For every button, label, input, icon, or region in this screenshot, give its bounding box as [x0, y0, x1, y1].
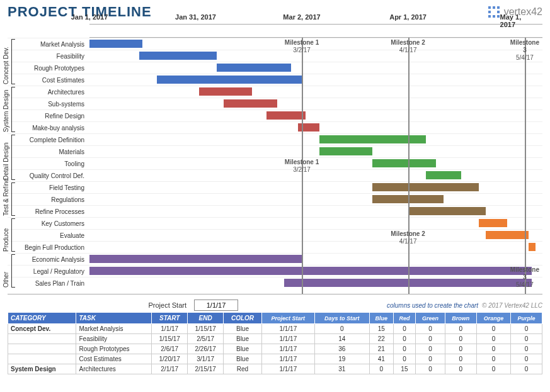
gantt-bar	[319, 147, 372, 155]
group-label: Test & Refine	[3, 179, 9, 216]
table-cell: 0	[445, 344, 476, 354]
gantt-bar	[139, 52, 217, 60]
group-bracket	[11, 39, 15, 84]
columns-note: columns used to create the chart	[387, 302, 478, 309]
table-header: CATEGORY	[8, 313, 76, 324]
table-cell: 1/15/17	[152, 334, 188, 344]
gantt-bar	[199, 87, 252, 96]
table-cell: 1/1/17	[261, 364, 314, 374]
table-cell: 2/15/17	[188, 364, 224, 374]
group-label: Concept Dev.	[3, 47, 9, 84]
table-header: COLOR	[224, 313, 262, 324]
task-label: Feasibility	[8, 53, 89, 60]
milestone-label: Milestone 35/4/17	[510, 39, 539, 62]
table-cell: 0	[476, 364, 510, 374]
table-cell: 1/1/17	[261, 334, 314, 344]
table-subheader: Purple	[511, 313, 542, 324]
table-cell: 31	[314, 364, 369, 374]
task-label: Key Customers	[8, 220, 89, 227]
task-label: Quality Control Def.	[8, 172, 89, 179]
table-cell: 0	[445, 324, 476, 334]
table-cell: 22	[369, 334, 393, 344]
table-cell: Blue	[224, 334, 262, 344]
table-cell: 0	[393, 334, 415, 344]
task-label: Sub-systems	[8, 101, 89, 108]
gantt-bar	[372, 183, 479, 191]
task-label: Evaluate	[8, 232, 89, 239]
table-subheader: Orange	[476, 313, 510, 324]
milestone-label: Milestone 35/4/17	[510, 266, 539, 289]
task-label: Complete Definition	[8, 137, 89, 143]
milestone-label: Milestone 13/2/17	[285, 159, 319, 174]
table-cell: Rough Prototypes	[76, 344, 152, 354]
table-cell: 2/26/17	[188, 344, 224, 354]
table-cell: Blue	[224, 344, 262, 354]
task-label: Tooling	[8, 160, 89, 167]
table-cell: 1/1/17	[152, 324, 188, 334]
task-label: Legal / Regulatory	[8, 268, 89, 275]
group-bracket	[11, 218, 15, 252]
table-cell: 0	[369, 364, 393, 374]
table-cell: 0	[393, 354, 415, 364]
gantt-bar	[89, 267, 532, 275]
gantt-bar	[319, 135, 426, 143]
milestone-line	[525, 38, 526, 294]
task-label: Sales Plan / Train	[8, 280, 89, 287]
table-header: TASK	[76, 313, 152, 324]
gantt-bar	[224, 99, 277, 108]
table-cell: 0	[511, 324, 542, 334]
milestone-label: Milestone 24/1/17	[391, 230, 425, 245]
table-cell: System Design	[8, 364, 76, 374]
gantt-bar	[479, 219, 507, 227]
gantt-bar	[486, 231, 528, 239]
table-subheader: Blue	[369, 313, 393, 324]
table-cell: 0	[511, 354, 542, 364]
table-subheader: Project Start	[261, 313, 314, 324]
table-cell: Blue	[224, 324, 262, 334]
table-cell: 2/1/17	[152, 364, 188, 374]
table-cell: Cost Estimates	[76, 354, 152, 364]
table-cell: 1/1/17	[261, 344, 314, 354]
table-cell: 1/1/17	[261, 324, 314, 334]
task-label: Make-buy analysis	[8, 125, 89, 132]
table-header: START	[152, 313, 188, 324]
table-cell: Red	[224, 364, 262, 374]
table-cell: 1/1/17	[261, 354, 314, 364]
table-cell: 0	[476, 334, 510, 344]
table-cell	[8, 344, 76, 354]
milestone-line	[408, 38, 410, 294]
task-label: Refine Processes	[8, 208, 89, 215]
table-cell: Feasibility	[76, 334, 152, 344]
table-cell: 0	[393, 344, 415, 354]
logo-icon	[486, 4, 501, 20]
copyright: © 2017 Vertex42 LLC	[482, 302, 542, 309]
task-label: Architectures	[8, 89, 89, 96]
table-cell: 1/15/17	[188, 324, 224, 334]
table-cell: Blue	[224, 354, 262, 364]
table-cell: 0	[415, 334, 445, 344]
table-row: System DesignArchitectures2/1/172/15/17R…	[8, 364, 542, 374]
gantt-bar	[266, 111, 306, 120]
task-label: Begin Full Production	[8, 244, 89, 251]
gantt-bar	[529, 243, 536, 251]
project-start-input[interactable]	[194, 300, 238, 311]
table-subheader: Brown	[445, 313, 476, 324]
group-bracket	[11, 87, 15, 132]
table-header: END	[188, 313, 224, 324]
axis-tick: Jan 31, 2017	[175, 13, 216, 21]
table-cell: 19	[314, 354, 369, 364]
table-cell: 0	[511, 344, 542, 354]
task-label: Market Analysis	[8, 41, 89, 48]
table-cell: 0	[511, 364, 542, 374]
group-bracket	[11, 254, 15, 288]
table-cell: 0	[476, 324, 510, 334]
table-cell: 0	[393, 324, 415, 334]
gantt-bar	[372, 159, 436, 167]
table-cell: 0	[415, 344, 445, 354]
milestone-label: Milestone 13/2/17	[285, 39, 319, 54]
gantt-bar	[426, 171, 461, 179]
table-cell: 36	[314, 344, 369, 354]
table-cell: Architectures	[76, 364, 152, 374]
table-cell: 1/20/17	[152, 354, 188, 364]
table-cell: 0	[445, 364, 476, 374]
